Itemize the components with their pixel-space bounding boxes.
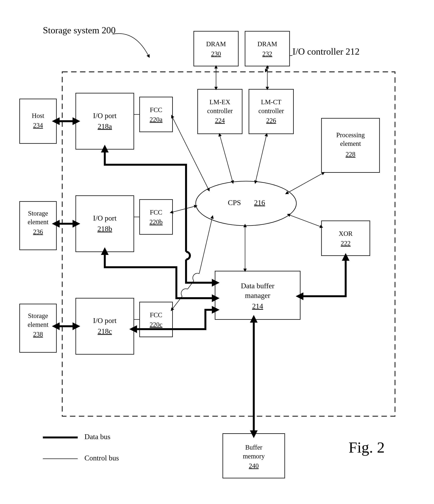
xor-ref: 222 — [341, 240, 351, 247]
ctl-proc-cps — [288, 173, 322, 193]
xor-box — [321, 221, 370, 255]
bufmem-ref: 240 — [249, 462, 259, 469]
dram-230-box — [194, 31, 238, 66]
storage-238-l1: Storage — [28, 312, 48, 319]
fcc-b-label: FCC — [150, 209, 162, 216]
hop-2b — [193, 273, 199, 281]
ioport-a-label: I/O port — [93, 111, 117, 120]
host-label: Host — [32, 112, 44, 119]
ioport-c-label: I/O port — [93, 316, 117, 325]
io-controller-label: I/O controller 212 — [293, 46, 360, 57]
ctl-cps-xor — [289, 215, 320, 227]
ioport-b-ref: 218b — [98, 225, 112, 233]
ctl-lmct-cps — [256, 136, 266, 181]
bus-ioportb-dbm — [105, 254, 213, 298]
storage-236-ref: 236 — [33, 228, 43, 235]
cps-ref: 216 — [254, 198, 265, 207]
lmct-ref: 226 — [266, 117, 276, 124]
ctl-lmex-cps — [220, 136, 233, 181]
proc-l2: element — [340, 140, 361, 147]
title-label: Storage system 200 — [43, 25, 116, 35]
storage-238-l2: element — [27, 321, 48, 328]
dbm-l1: Data buffer — [241, 282, 274, 290]
lmex-l2: controller — [207, 107, 233, 115]
diagram-canvas: Storage system 200 I/O controller 212 Ho… — [8, 8, 426, 493]
hop-1 — [186, 252, 190, 260]
xor-label: XOR — [339, 230, 353, 237]
hop-2a — [181, 289, 188, 296]
dram-232-label: DRAM — [257, 40, 277, 48]
lmct-l2: controller — [258, 107, 284, 115]
fcc-b-ref: 220b — [149, 218, 163, 225]
cps-ellipse — [196, 181, 296, 225]
bufmem-l2: memory — [243, 453, 265, 460]
host-box — [20, 99, 56, 144]
cps-label: CPS — [228, 198, 241, 207]
fcc-a-box — [140, 97, 172, 132]
lmct-l1: LM-CT — [261, 99, 281, 106]
fcc-a-ref: 220a — [150, 116, 163, 123]
legend-databus-label: Data bus — [84, 432, 110, 441]
figure-label: Fig. 2 — [349, 439, 385, 456]
dram-230-label: DRAM — [206, 40, 226, 48]
ctl-fccb-cps — [172, 206, 195, 212]
storage-238-ref: 238 — [33, 331, 43, 338]
dbm-l2: manager — [245, 291, 270, 299]
ioport-a-ref: 218a — [98, 122, 112, 130]
fcc-b-box — [140, 199, 172, 234]
ioport-a-box — [76, 93, 134, 149]
title-leader — [113, 34, 148, 55]
legend-controlbus-label: Control bus — [84, 454, 119, 462]
fcc-a-label: FCC — [150, 106, 162, 114]
fcc-c-ref: 220c — [150, 321, 163, 328]
fcc-c-box — [140, 302, 172, 337]
lmex-l1: LM-EX — [209, 99, 230, 106]
ioport-c-ref: 218c — [98, 327, 112, 335]
dram-230-ref: 230 — [211, 50, 221, 57]
proc-l1: Processing — [336, 131, 365, 139]
ioport-b-label: I/O port — [93, 214, 117, 222]
ctl-fccc-cps — [172, 218, 212, 309]
fcc-c-label: FCC — [150, 311, 162, 319]
bus-dbm-xor — [302, 260, 346, 296]
storage-236-l2: element — [27, 218, 48, 225]
dram-232-ref: 232 — [262, 50, 272, 57]
ioport-b-box — [76, 196, 134, 252]
ioport-c-box — [76, 298, 134, 354]
dbm-ref: 214 — [252, 302, 263, 310]
bufmem-l1: Buffer — [245, 444, 262, 451]
proc-ref: 228 — [346, 151, 355, 158]
dram-232-box — [245, 31, 289, 66]
lmex-ref: 224 — [215, 117, 225, 124]
storage-236-l1: Storage — [28, 210, 48, 217]
host-ref: 234 — [33, 122, 43, 129]
